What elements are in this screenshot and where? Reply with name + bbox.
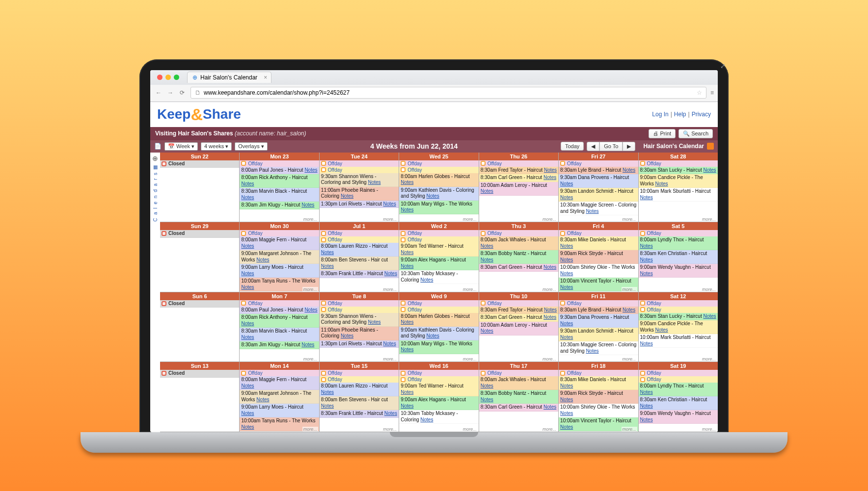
day-header[interactable]: Thu 17 [479, 362, 558, 370]
offday-entry[interactable]: Offday [320, 160, 399, 167]
event-entry[interactable]: 8:30am Carl Green - Haircut Notes [479, 174, 558, 182]
notes-link[interactable]: Notes [481, 383, 493, 388]
notes-link[interactable]: Notes [640, 389, 653, 395]
event-entry[interactable]: 11:00am Phoebe Raines - Coloring Notes [320, 327, 399, 340]
event-entry[interactable]: 9:00am Candice Pickle - The Works Notes [639, 320, 718, 334]
offday-entry[interactable]: Offday [479, 300, 558, 307]
overlays-dropdown[interactable]: Overlays ▾ [235, 142, 267, 151]
event-entry[interactable]: 10:00am Shirley Okie - The Works Notes [559, 264, 638, 278]
notes-link[interactable]: Notes [304, 167, 317, 173]
notes-link[interactable]: Notes [321, 403, 334, 409]
event-entry[interactable]: 8:00am Paul Jones - Haircut Notes [240, 167, 319, 175]
day-header[interactable]: Sat 5 [639, 222, 718, 230]
notes-link[interactable]: Notes [544, 167, 557, 173]
offday-entry[interactable]: Offday [240, 300, 319, 307]
offday-entry[interactable]: Offday [399, 230, 478, 236]
more-link[interactable]: more... [622, 287, 637, 292]
print-page-icon[interactable]: 📄 [154, 143, 162, 150]
offday-entry[interactable]: Offday [559, 370, 638, 376]
more-link[interactable]: more... [701, 357, 717, 362]
day-header[interactable]: Sat 12 [639, 292, 718, 300]
event-entry[interactable]: 8:30am Bobby Nantz - Haircut Notes [479, 390, 558, 404]
offday-entry[interactable]: Offday [639, 370, 718, 376]
view-week-dropdown[interactable]: 📅 Week ▾ [164, 142, 198, 151]
event-entry[interactable]: 10:30am Tabby Mckasey - Coloring Notes [399, 270, 478, 284]
event-entry[interactable]: 8:00am Rick Anthony - Haircut Notes [240, 314, 319, 328]
event-entry[interactable]: 8:30am Frank Little - Haircut Notes [320, 270, 399, 278]
notes-link[interactable]: Notes [640, 417, 653, 422]
event-entry[interactable]: 10:00am Shirley Okie - The Works Notes [559, 404, 638, 417]
day-header[interactable]: Sun 6 [160, 292, 239, 300]
event-entry[interactable]: 1:30pm Lori Rivets - Haircut Notes [320, 340, 399, 348]
more-link[interactable]: more... [302, 357, 318, 362]
notes-link[interactable]: Notes [401, 389, 413, 395]
notes-link[interactable]: Notes [655, 327, 668, 333]
event-entry[interactable]: 9:30am Shannon Wiens - Corloring and Sty… [320, 313, 399, 327]
more-link[interactable]: more... [302, 427, 318, 432]
event-entry[interactable]: 9:00am Kathleen Davis - Coloring and Sty… [399, 327, 478, 340]
event-entry[interactable]: 9:00am Alex Hagans - Haircut Notes [399, 396, 478, 410]
notes-link[interactable]: Notes [241, 271, 254, 276]
event-entry[interactable]: 8:30am Mike Daniels - Haircut Notes [559, 376, 638, 390]
more-link[interactable]: more... [542, 427, 557, 432]
event-entry[interactable]: 8:30am Stan Lucky - Haircut Notes [639, 313, 718, 321]
offday-entry[interactable]: Offday [479, 370, 558, 376]
notes-link[interactable]: Notes [241, 383, 254, 388]
notes-link[interactable]: Notes [481, 257, 493, 262]
offday-entry[interactable]: Offday [240, 370, 319, 376]
event-entry[interactable]: 8:30am Marvin Black - Haircut Notes [240, 188, 319, 202]
day-header[interactable]: Wed 9 [399, 292, 478, 300]
event-entry[interactable]: 9:00am Margaret Johnson - The Works Note… [240, 250, 319, 264]
event-entry[interactable]: 8:00am Rick Anthony - Haircut Notes [240, 174, 319, 188]
event-entry[interactable]: 10:00am Mary Wigs - The Works Notes [399, 201, 478, 214]
notes-link[interactable]: Notes [427, 333, 439, 338]
logo[interactable]: Keep & Share [157, 105, 241, 124]
offday-entry[interactable]: Offday [639, 230, 718, 236]
day-header[interactable]: Thu 10 [479, 292, 558, 300]
notes-link[interactable]: Notes [368, 180, 380, 185]
login-link[interactable]: Log In [652, 111, 668, 118]
mini-calendar-icon[interactable]: ▦ [153, 164, 158, 170]
event-entry[interactable]: 9:00am Rick Stryde - Haircut Notes [559, 390, 638, 404]
notes-link[interactable]: Notes [401, 403, 413, 409]
event-entry[interactable]: 10:00am Mark Sburlatti - Haircut Notes [639, 188, 718, 202]
reload-icon[interactable]: ⟳ [178, 89, 187, 96]
day-header[interactable]: Tue 8 [320, 292, 399, 300]
back-icon[interactable]: ← [154, 89, 163, 96]
url-bar[interactable]: 🗋 www.keepandshare.com/calendar/show.php… [190, 87, 706, 99]
event-entry[interactable]: 9:00am Larry Moes - Haircut Notes [240, 404, 319, 417]
notes-link[interactable]: Notes [420, 277, 433, 283]
notes-link[interactable]: Notes [544, 307, 557, 312]
more-link[interactable]: more... [382, 427, 398, 432]
notes-link[interactable]: Notes [341, 333, 353, 338]
day-header[interactable]: Sat 19 [639, 362, 718, 370]
day-header[interactable]: Fri 11 [559, 292, 638, 300]
more-link[interactable]: more... [701, 217, 717, 222]
notes-link[interactable]: Notes [623, 167, 635, 173]
day-header[interactable]: Sun 29 [160, 222, 239, 230]
notes-link[interactable]: Notes [321, 250, 334, 255]
notes-link[interactable]: Notes [401, 207, 413, 212]
event-entry[interactable]: 8:00am Ben Stevens - Hair cut Notes [320, 257, 399, 270]
offday-entry[interactable]: Offday [559, 230, 638, 236]
notes-link[interactable]: Notes [543, 264, 556, 270]
notes-link[interactable]: Notes [560, 411, 573, 416]
notes-link[interactable]: Notes [481, 328, 493, 334]
notes-link[interactable]: Notes [655, 181, 668, 186]
day-header[interactable]: Sun 22 [160, 153, 239, 160]
notes-link[interactable]: Notes [401, 319, 413, 325]
prev-button[interactable]: ◀ [587, 142, 599, 151]
day-header[interactable]: Thu 3 [479, 222, 558, 230]
offday-entry[interactable]: Offday [240, 160, 319, 167]
goto-button[interactable]: Go To [599, 142, 623, 151]
event-entry[interactable]: 8:30am Carl Green - Haircut Notes [479, 404, 558, 412]
event-entry[interactable]: 9:00am Margaret Johnson - The Works Note… [240, 390, 319, 404]
notes-link[interactable]: Notes [640, 403, 653, 409]
notes-link[interactable]: Notes [481, 397, 493, 402]
event-entry[interactable]: 10:30am Maggie Screen - Coloring and Sty… [559, 341, 638, 355]
event-entry[interactable]: 8:00am Paul Jones - Haircut Notes [240, 307, 319, 314]
day-header[interactable]: Tue 24 [320, 153, 399, 160]
offday-entry[interactable]: Offday [399, 307, 478, 313]
more-link[interactable]: more... [622, 217, 637, 222]
event-entry[interactable]: 8:00am Lyndly Thox - Haircut Notes [639, 383, 718, 396]
